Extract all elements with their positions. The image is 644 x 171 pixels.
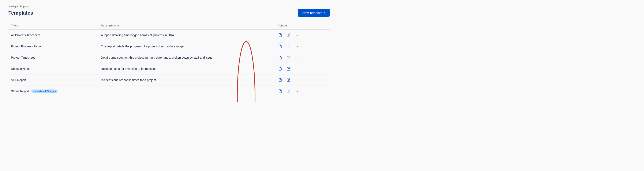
edit-icon[interactable] [286,66,291,71]
table-row: Project Progress ReportThis report detai… [8,41,330,52]
more-options-icon[interactable]: ··· [294,89,298,94]
edit-icon[interactable] [286,55,291,60]
more-options-icon[interactable]: ··· [294,67,298,71]
edit-icon[interactable] [286,33,291,38]
more-options-icon[interactable]: ··· [294,44,298,49]
document-icon[interactable] [278,66,283,71]
table-row: SLA ReportIncidents and response times f… [8,75,330,86]
description-cell: Release notes for a version to be releas… [98,63,275,75]
document-icon[interactable] [278,55,283,60]
column-header-title[interactable]: Title ▲ [8,22,98,29]
template-title: Project Timesheet [11,56,35,59]
title-cell: Release Notes [8,63,98,75]
more-options-icon[interactable]: ··· [294,55,298,60]
new-template-button[interactable]: New Template ▾ [298,9,330,17]
chevron-down-icon: ▾ [324,12,326,14]
table-row: Project TimesheetDetails time spent on t… [8,52,330,63]
column-header-actions: Actions [275,22,330,29]
actions-cell: ··· [275,86,330,97]
table-wrapper: Title ▲ Description ⇅ Actions All Projec… [8,22,330,97]
title-cell: SLA Report [8,75,98,86]
table-row: All Projects TimesheetA report detailing… [8,29,330,41]
more-options-icon[interactable]: ··· [294,78,298,82]
actions-cell: ··· [275,75,330,86]
title-cell: Project Timesheet [8,52,98,63]
page-title: Templates [8,10,33,16]
template-title: All Projects Timesheet [11,34,40,37]
sort-indicator-title: ▲ [18,25,20,27]
template-title: Release Notes [11,67,30,70]
actions-cell: ··· [275,41,330,52]
more-options-icon[interactable]: ··· [294,33,298,38]
description-cell: Incidents and response times for a proje… [98,75,275,86]
description-cell: Details time spent on this project durin… [98,52,275,63]
table-header-row: Title ▲ Description ⇅ Actions [8,22,330,29]
description-cell: A report detailing time logged across al… [98,29,275,41]
title-cell: All Projects Timesheet [8,29,98,41]
edit-icon[interactable] [286,77,291,83]
edit-icon[interactable] [286,89,291,94]
description-cell: This report details the progress of a pr… [98,41,275,52]
document-icon[interactable] [278,77,283,83]
title-cell: Status ReportUnpublished Changes [8,86,98,97]
unpublished-badge: Unpublished Changes [31,90,58,93]
actions-cell: ··· [275,52,330,63]
page-header: Templates New Template ▾ [8,9,330,17]
document-icon[interactable] [278,44,283,49]
table-row: Status ReportUnpublished Changes ··· [8,86,330,97]
document-icon[interactable] [278,33,283,38]
table-row: Release NotesRelease notes for a version… [8,63,330,75]
breadcrumb: Intelligent Reports [8,5,330,8]
title-cell: Project Progress Report [8,41,98,52]
templates-table: Title ▲ Description ⇅ Actions All Projec… [8,22,330,97]
actions-cell: ··· [275,29,330,41]
template-title: SLA Report [11,78,26,82]
sort-indicator-description: ⇅ [117,25,119,27]
template-title: Status Report [11,90,29,93]
description-cell [98,86,275,97]
edit-icon[interactable] [286,44,291,49]
actions-cell: ··· [275,63,330,75]
template-title: Project Progress Report [11,45,42,48]
column-header-description[interactable]: Description ⇅ [98,22,275,29]
document-icon[interactable] [278,89,283,94]
